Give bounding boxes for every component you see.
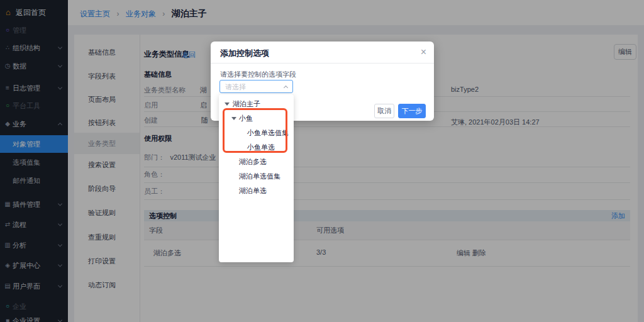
select-placeholder: 请选择 bbox=[225, 82, 246, 92]
tree-item-hupo-duoxuan[interactable]: 湖泊多选 bbox=[219, 155, 294, 169]
field-select[interactable]: 请选择 bbox=[219, 80, 293, 93]
tree-item-label: 湖泊单选值集 bbox=[239, 172, 280, 180]
tree-item-label: 小鱼单选值集 bbox=[247, 129, 289, 136]
tree-item-hupo-danxuanzhiji[interactable]: 湖泊单选值集 bbox=[219, 169, 294, 184]
modal-header: 添加控制选项 × bbox=[211, 42, 434, 64]
select-field-label: 请选择要控制的选项字段 bbox=[220, 70, 296, 79]
tree-item-label: 小鱼 bbox=[239, 114, 253, 122]
tree-item-label: 小鱼单选 bbox=[247, 143, 275, 151]
caret-down-icon[interactable] bbox=[225, 103, 230, 106]
chevron-up-icon bbox=[284, 85, 288, 89]
tree-item-label: 湖泊单选 bbox=[239, 187, 267, 194]
tree-item-label: 湖泊主子 bbox=[233, 100, 260, 108]
tree-item-hupozhuzi[interactable]: 湖泊主子 bbox=[219, 97, 294, 111]
tree-item-xiaoyu[interactable]: 小鱼 bbox=[219, 111, 294, 126]
tree-item-xiaoyu-danxuanzhiji[interactable]: 小鱼单选值集 bbox=[219, 126, 294, 140]
app-screen: ⌂ 返回首页 ○ 管理 ∴ 组织结构 ◷ 数据 ≡ 日志管理 ○ 平台工具 ◆ bbox=[0, 0, 644, 322]
field-select-dropdown: 湖泊主子 小鱼 小鱼单选值集 小鱼单选 湖泊多选 湖泊单选值集 湖泊单选 bbox=[219, 94, 294, 262]
tree-item-label: 湖泊多选 bbox=[239, 158, 267, 165]
tree-item-xiaoyu-danxuan[interactable]: 小鱼单选 bbox=[219, 140, 294, 155]
modal-title: 添加控制选项 bbox=[220, 48, 269, 59]
caret-down-icon[interactable] bbox=[231, 117, 236, 120]
next-step-button[interactable]: 下一步 bbox=[398, 104, 426, 118]
tree-item-hupo-danxuan[interactable]: 湖泊单选 bbox=[219, 184, 294, 198]
close-icon[interactable]: × bbox=[421, 46, 426, 58]
cancel-button[interactable]: 取消 bbox=[374, 104, 394, 118]
